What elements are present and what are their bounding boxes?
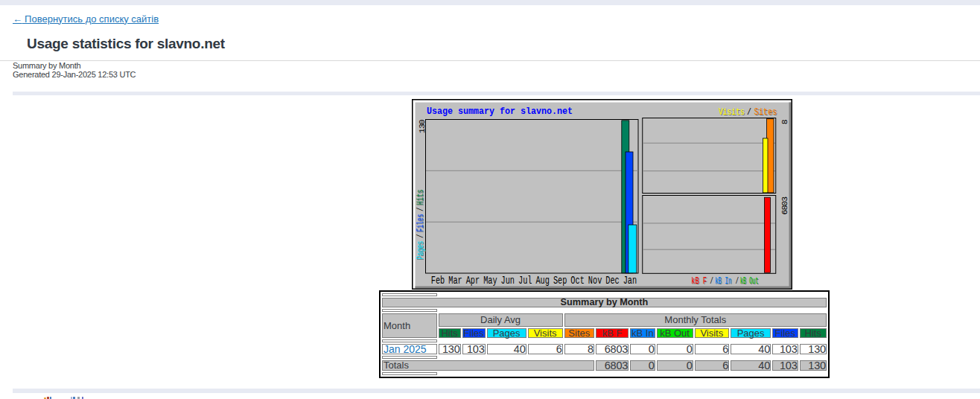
svg-text:Visits: Visits [719, 107, 745, 118]
svg-text:kB F: kB F [691, 276, 707, 287]
svg-text:Usage summary for slavno.net: Usage summary for slavno.net [427, 106, 573, 117]
svg-text:/: / [710, 276, 713, 287]
svg-text:Jun: Jun [501, 275, 515, 287]
svg-text:Pages: Pages [416, 241, 426, 260]
svg-text:Sep: Sep [553, 275, 567, 287]
svg-text:/: / [416, 208, 426, 212]
svg-text:Apr: Apr [466, 275, 480, 287]
svg-text:Feb: Feb [431, 275, 445, 287]
svg-text:Sites: Sites [754, 107, 777, 118]
svg-text:Jul: Jul [518, 275, 532, 287]
svg-text:Aug: Aug [535, 275, 550, 287]
svg-text:kB Out: kB Out [740, 276, 758, 287]
svg-text:Oct: Oct [570, 275, 585, 287]
svg-text:/: / [416, 234, 426, 239]
svg-text:Hits: Hits [416, 189, 426, 205]
svg-text:6803: 6803 [780, 197, 789, 215]
svg-text:Jan: Jan [623, 275, 637, 287]
svg-text:/: / [747, 107, 751, 118]
svg-text:Dec: Dec [605, 275, 620, 287]
svg-text:Files: Files [416, 214, 426, 232]
svg-text:/: / [736, 276, 739, 287]
svg-text:Nov: Nov [588, 275, 602, 287]
svg-text:kB In: kB In [715, 276, 731, 287]
svg-text:130: 130 [417, 119, 427, 133]
svg-text:May: May [483, 275, 497, 287]
svg-text:Mar: Mar [448, 275, 462, 287]
